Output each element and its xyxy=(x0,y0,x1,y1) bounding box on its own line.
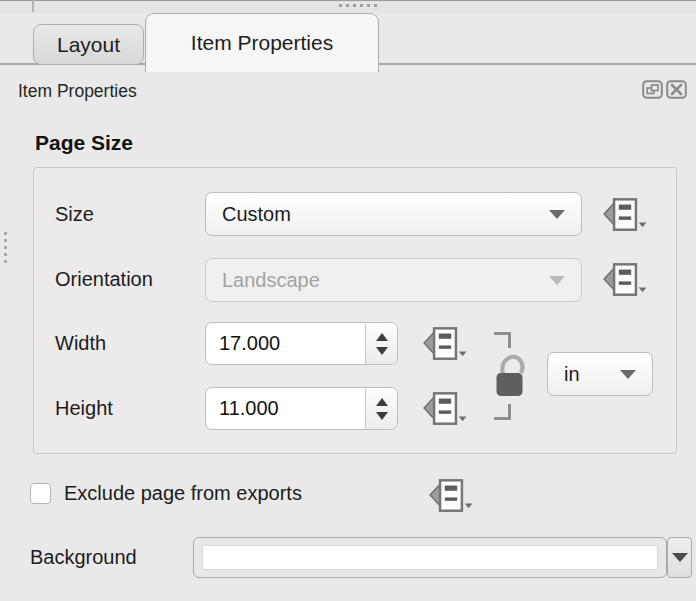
height-label: Height xyxy=(55,397,113,420)
orientation-data-defined-override-button[interactable] xyxy=(598,261,652,299)
float-panel-icon xyxy=(642,80,663,99)
spin-up-icon[interactable] xyxy=(376,398,388,406)
exclude-page-checkbox-label[interactable]: Exclude page from exports xyxy=(64,482,302,505)
link-bracket-bottom xyxy=(494,404,511,420)
width-input[interactable] xyxy=(206,323,365,364)
data-defined-override-icon xyxy=(598,196,652,234)
data-defined-override-icon xyxy=(418,390,472,428)
background-color-swatch xyxy=(202,545,658,570)
width-label: Width xyxy=(55,332,106,355)
top-divider-artifact xyxy=(32,0,34,12)
tab-item-properties[interactable]: Item Properties xyxy=(145,13,379,72)
size-data-defined-override-button[interactable] xyxy=(598,196,652,234)
tab-layout[interactable]: Layout xyxy=(33,24,144,65)
chevron-down-icon xyxy=(672,553,688,562)
spin-up-icon[interactable] xyxy=(376,333,388,341)
spin-down-icon[interactable] xyxy=(376,412,388,420)
spin-down-icon[interactable] xyxy=(376,347,388,355)
chevron-down-icon xyxy=(620,370,636,379)
tab-layout-label: Layout xyxy=(57,33,120,57)
data-defined-override-icon xyxy=(418,325,472,363)
size-label: Size xyxy=(55,203,94,226)
data-defined-override-icon xyxy=(598,261,652,299)
exclude-page-checkbox[interactable] xyxy=(30,483,51,504)
background-label: Background xyxy=(30,546,137,569)
height-input[interactable] xyxy=(206,388,365,429)
link-bracket-top xyxy=(494,332,511,348)
panel-resize-handle-icon[interactable] xyxy=(4,232,7,263)
width-spin-buttons[interactable] xyxy=(365,323,397,364)
width-data-defined-override-button[interactable] xyxy=(418,325,472,363)
data-defined-override-icon xyxy=(424,477,478,515)
lock-aspect-ratio-button[interactable] xyxy=(494,347,525,401)
chevron-down-icon xyxy=(549,276,565,285)
size-combobox[interactable]: Custom xyxy=(205,192,582,236)
height-spinbox xyxy=(205,387,398,430)
splitter-drag-handle-icon[interactable] xyxy=(339,4,377,7)
units-combobox-value: in xyxy=(564,363,580,386)
height-data-defined-override-button[interactable] xyxy=(418,390,472,428)
background-color-dropdown-button[interactable] xyxy=(667,537,692,578)
chevron-down-icon xyxy=(549,210,565,219)
units-combobox[interactable]: in xyxy=(547,352,653,396)
close-panel-icon xyxy=(666,80,687,99)
orientation-combobox-value: Landscape xyxy=(222,269,320,292)
background-color-button[interactable] xyxy=(193,537,667,578)
tab-item-properties-label: Item Properties xyxy=(191,31,333,55)
close-panel-button[interactable] xyxy=(666,80,687,99)
page-size-heading: Page Size xyxy=(35,131,133,155)
dock-title: Item Properties xyxy=(18,81,137,102)
width-spinbox xyxy=(205,322,398,365)
orientation-combobox: Landscape xyxy=(205,258,582,302)
height-spin-buttons[interactable] xyxy=(365,388,397,429)
exclude-data-defined-override-button[interactable] xyxy=(424,477,478,515)
orientation-label: Orientation xyxy=(55,268,153,291)
size-combobox-value: Custom xyxy=(222,203,291,226)
open-lock-icon xyxy=(494,347,525,401)
float-panel-button[interactable] xyxy=(642,80,663,99)
